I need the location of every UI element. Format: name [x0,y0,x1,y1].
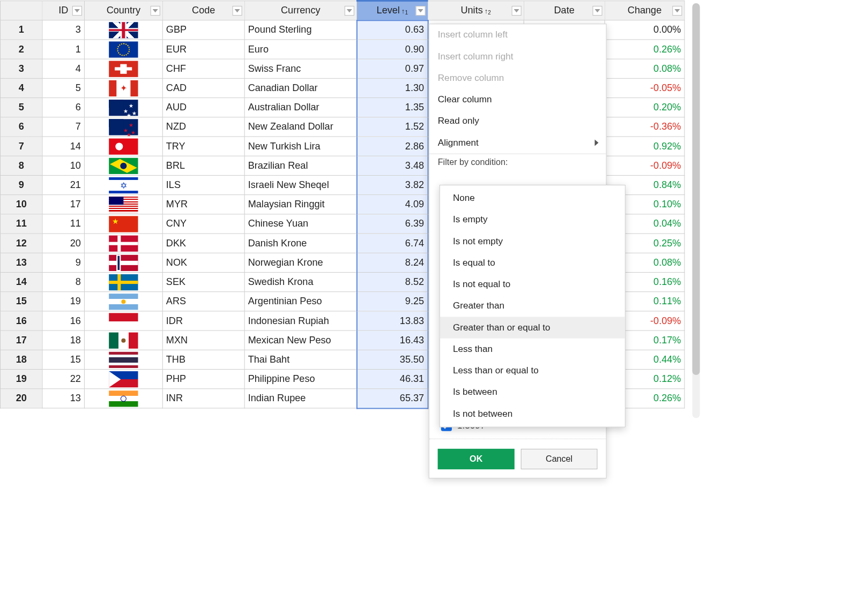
cell-level[interactable]: 65.37 [356,389,428,408]
cell-code[interactable]: EUR [162,40,244,59]
cell-id[interactable]: 11 [42,214,84,234]
col-header-level[interactable]: Level↑1 [356,1,428,20]
cell-id[interactable]: 6 [42,98,84,117]
cell-id[interactable]: 22 [42,370,84,389]
cell-code[interactable]: CNY [162,214,244,234]
filter-button[interactable] [592,6,602,16]
cell-id[interactable]: 20 [42,234,84,253]
cell-id[interactable]: 3 [42,20,84,40]
cell-country[interactable] [84,292,162,311]
cell-country[interactable] [84,350,162,369]
cell-currency[interactable]: Mexican New Peso [244,330,356,350]
cell-level[interactable]: 3.48 [356,156,428,175]
ok-button[interactable]: OK [438,449,515,469]
cell-code[interactable]: BRL [162,156,244,175]
col-header-country[interactable]: Country [84,1,162,20]
cell-code[interactable]: GBP [162,20,244,40]
row-header[interactable]: 4 [1,78,42,97]
cell-change[interactable]: 0.08% [605,59,685,78]
cell-code[interactable]: SEK [162,272,244,291]
cell-country[interactable] [84,59,162,78]
cell-level[interactable]: 35.50 [356,350,428,369]
cell-code[interactable]: MXN [162,330,244,350]
cell-currency[interactable]: Malaysian Ringgit [244,195,356,214]
filter-condition-option[interactable]: Is not empty [440,231,625,252]
cell-id[interactable]: 21 [42,175,84,194]
cell-currency[interactable]: Swedish Krona [244,272,356,291]
cell-currency[interactable]: Norwegian Krone [244,253,356,272]
cell-country[interactable] [84,40,162,59]
cell-id[interactable]: 8 [42,272,84,291]
col-header-units[interactable]: Units↑2 [428,1,524,20]
filter-condition-option[interactable]: Greater than or equal to [440,317,625,338]
cell-currency[interactable]: Australian Dollar [244,98,356,117]
cell-level[interactable]: 6.74 [356,234,428,253]
cell-id[interactable]: 9 [42,253,84,272]
filter-condition-option[interactable]: Less than [440,339,625,360]
cell-level[interactable]: 1.30 [356,78,428,97]
filter-condition-option[interactable]: Is not between [440,403,625,424]
cell-level[interactable]: 1.35 [356,98,428,117]
cell-id[interactable]: 15 [42,350,84,369]
row-header[interactable]: 13 [1,253,42,272]
filter-condition-option[interactable]: Greater than [440,295,625,317]
cell-level[interactable]: 4.09 [356,195,428,214]
cell-change[interactable]: 0.20% [605,98,685,117]
col-header-date[interactable]: Date [524,1,605,20]
vertical-scrollbar[interactable] [693,3,700,418]
filter-button[interactable] [512,6,522,16]
cell-code[interactable]: IDR [162,311,244,330]
cell-country[interactable] [84,389,162,408]
cell-code[interactable]: DKK [162,234,244,253]
filter-button[interactable] [345,6,354,16]
menu-clear-column[interactable]: Clear column [429,89,606,110]
cell-country[interactable] [84,195,162,214]
cell-code[interactable]: CAD [162,78,244,97]
filter-condition-option[interactable]: Is equal to [440,252,625,274]
row-header[interactable]: 3 [1,59,42,78]
menu-insert-left[interactable]: Insert column left [429,24,606,46]
cell-code[interactable]: NOK [162,253,244,272]
row-header[interactable]: 18 [1,350,42,369]
menu-read-only[interactable]: Read only [429,110,606,132]
cell-level[interactable]: 0.97 [356,59,428,78]
cell-country[interactable] [84,156,162,175]
filter-button[interactable] [233,6,242,16]
row-header[interactable]: 5 [1,98,42,117]
cell-country[interactable] [84,78,162,97]
row-header[interactable]: 9 [1,175,42,194]
cell-id[interactable]: 19 [42,292,84,311]
cell-country[interactable] [84,117,162,137]
row-header[interactable]: 8 [1,156,42,175]
filter-button[interactable] [72,6,82,16]
cell-currency[interactable]: New Zealand Dollar [244,117,356,137]
filter-button[interactable] [672,6,682,16]
cell-currency[interactable]: Indian Rupee [244,389,356,408]
cell-level[interactable]: 16.43 [356,330,428,350]
col-header-change[interactable]: Change [605,1,685,20]
cell-code[interactable]: INR [162,389,244,408]
cell-country[interactable] [84,253,162,272]
menu-alignment[interactable]: Alignment [429,132,606,153]
row-header[interactable]: 14 [1,272,42,291]
cell-code[interactable]: PHP [162,370,244,389]
filter-button[interactable] [416,6,426,16]
cell-id[interactable]: 7 [42,117,84,137]
cell-level[interactable]: 0.90 [356,40,428,59]
cell-country[interactable] [84,137,162,156]
cell-id[interactable]: 14 [42,137,84,156]
cell-currency[interactable]: Danish Krone [244,234,356,253]
cell-currency[interactable]: Israeli New Sheqel [244,175,356,194]
col-header-code[interactable]: Code [162,1,244,20]
cell-currency[interactable]: Indonesian Rupiah [244,311,356,330]
cancel-button[interactable]: Cancel [521,449,598,469]
row-header[interactable]: 19 [1,370,42,389]
cell-level[interactable]: 8.52 [356,272,428,291]
cell-currency[interactable]: Pound Sterling [244,20,356,40]
row-header[interactable]: 2 [1,40,42,59]
cell-code[interactable]: THB [162,350,244,369]
cell-level[interactable]: 9.25 [356,292,428,311]
cell-id[interactable]: 17 [42,195,84,214]
cell-id[interactable]: 5 [42,78,84,97]
row-header[interactable]: 16 [1,311,42,330]
